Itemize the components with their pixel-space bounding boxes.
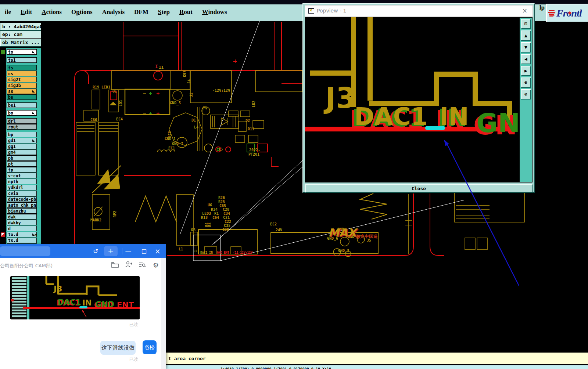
layer-color-swatch[interactable] <box>1 58 5 62</box>
layer-color-swatch[interactable] <box>1 156 5 160</box>
layer-button-npth[interactable]: npth <box>7 179 37 184</box>
layer-color-swatch[interactable] <box>1 89 5 94</box>
chat-scrollbar[interactable] <box>161 258 166 369</box>
center-view-icon[interactable]: ⊗ <box>521 89 531 100</box>
layer-color-swatch[interactable] <box>1 221 5 225</box>
layer-button-dwk[interactable]: dwk <box>7 214 37 220</box>
layer-color-swatch[interactable] <box>1 138 5 143</box>
layer-button-pb[interactable]: pb <box>7 155 37 161</box>
layer-button-biaozhu[interactable]: biaozhu <box>7 208 37 214</box>
layer-button-sig3b[interactable]: sig3b <box>7 83 37 88</box>
menu-item-rout[interactable]: Rout <box>175 4 197 16</box>
scroll-left-icon[interactable]: ◀ <box>521 54 531 64</box>
layer-button-ydkdrl[interactable]: ydkdrl <box>7 185 37 190</box>
minimize-icon[interactable]: — <box>123 246 133 256</box>
layer-button-rout[interactable]: rout <box>7 124 37 130</box>
layer-color-swatch[interactable] <box>1 119 5 123</box>
layer-color-swatch[interactable] <box>1 185 5 190</box>
layer-button-dwkby[interactable]: dwkby <box>7 220 37 225</box>
active-layer-cursor-icon[interactable] <box>1 232 5 237</box>
layer-color-swatch[interactable] <box>1 180 5 184</box>
layer-color-swatch[interactable] <box>1 95 5 100</box>
menu-item-step[interactable]: Step <box>153 4 175 16</box>
layer-button-to[interactable]: to <box>7 49 37 55</box>
layer-color-swatch[interactable] <box>1 103 5 108</box>
folder-icon[interactable] <box>111 261 119 270</box>
layer-button-ts1[interactable]: ts1 <box>7 57 37 63</box>
menu-help-fragment[interactable]: lp <box>539 4 545 11</box>
layer-button-gd1[interactable]: gd1 <box>7 138 37 143</box>
popview-title-bar[interactable]: Popview - 1 × <box>305 5 533 17</box>
chat-image-message[interactable]: J3 DAC1 DAC1 IN GND GND ENT <box>10 276 140 319</box>
job-matrix-button[interactable]: ob Matrix ... <box>0 39 46 47</box>
layer-button-auto_chk_pn[interactable]: auto_chk_pn <box>7 202 37 208</box>
popview-canvas[interactable]: J3 DAC1 DAC1 DAC1 IN IN IN GN GN <box>305 17 519 182</box>
layer-button-gg1[interactable]: gg1 <box>7 144 37 149</box>
layer-color-swatch[interactable] <box>1 50 5 54</box>
layer-button-sig2t[interactable]: sig2t <box>7 77 37 82</box>
layer-color-swatch[interactable] <box>1 111 5 115</box>
layer-button-ss[interactable]: ss <box>7 88 37 94</box>
layer-button-d[interactable]: d <box>7 226 37 231</box>
layer-button-tp[interactable]: tp <box>7 167 37 173</box>
maximize-icon[interactable]: □ <box>139 246 149 256</box>
layer-color-swatch[interactable] <box>1 150 5 155</box>
settings-gear-icon[interactable]: ⚙ <box>151 261 160 270</box>
menu-item-analysis[interactable]: Analysis <box>97 4 129 16</box>
layer-color-swatch[interactable] <box>1 77 5 82</box>
layer-button-bs1[interactable]: bs1 <box>7 102 37 108</box>
layer-color-swatch[interactable] <box>1 162 5 166</box>
add-icon[interactable]: + <box>104 246 118 256</box>
popout-icon[interactable]: ⊡ <box>521 19 531 29</box>
menu-item-ile[interactable]: ile <box>0 4 16 16</box>
layer-color-swatch[interactable] <box>1 191 5 196</box>
layer-button-datecode-pb[interactable]: datecode-pb <box>7 196 37 202</box>
layer-button-ts.d[interactable]: ts.d <box>7 238 37 243</box>
add-member-icon[interactable] <box>124 261 133 270</box>
menu-item-edit[interactable]: Edit <box>16 4 37 16</box>
menu-item-options[interactable]: Options <box>67 4 97 16</box>
layer-color-swatch[interactable] <box>1 215 5 219</box>
layer-color-swatch[interactable] <box>1 227 5 231</box>
avatar[interactable]: 谷松 <box>143 340 157 354</box>
layer-color-swatch[interactable] <box>1 238 5 243</box>
layer-button-gm4[interactable]: gm4 <box>7 149 37 155</box>
menu-item-actions[interactable]: Actions <box>37 4 67 16</box>
popview-close-button[interactable]: Close <box>305 184 533 193</box>
layer-color-swatch[interactable] <box>1 83 5 88</box>
layer-row: auto_chk_pn <box>0 202 41 208</box>
layer-color-swatch[interactable] <box>1 66 5 70</box>
layer-color-swatch[interactable] <box>1 133 5 137</box>
layer-button-bp[interactable]: bp <box>7 132 37 137</box>
chat-search-pill[interactable] <box>0 246 50 256</box>
menu-item-dfm[interactable]: DFM <box>129 4 153 16</box>
selected-segment-highlight[interactable] <box>425 126 445 130</box>
layer-color-swatch[interactable] <box>1 209 5 213</box>
fit-view-icon[interactable]: ⊕ <box>521 77 531 88</box>
layer-button-drl[interactable]: drl <box>7 118 37 124</box>
layer-button-bs[interactable]: bs <box>7 94 37 100</box>
layer-color-swatch[interactable] <box>1 197 5 202</box>
layer-button-to.d[interactable]: to.d⊞ <box>7 232 37 237</box>
chat-title-bar[interactable]: ↺ + — □ × <box>0 244 166 258</box>
scroll-up-icon[interactable]: ▲ <box>521 30 531 41</box>
layer-color-swatch[interactable] <box>1 125 5 129</box>
layer-button-cs[interactable]: cs <box>7 71 37 76</box>
scroll-down-icon[interactable]: ▼ <box>521 42 531 53</box>
layer-color-swatch[interactable] <box>1 168 5 172</box>
layer-color-swatch[interactable] <box>1 174 5 178</box>
layer-button-cvia[interactable]: cvia <box>7 191 37 196</box>
scroll-right-icon[interactable]: ▶ <box>521 66 531 76</box>
layer-button-pt[interactable]: pt <box>7 161 37 167</box>
close-icon[interactable]: × <box>522 7 527 14</box>
history-icon[interactable]: ↺ <box>91 246 100 256</box>
layer-color-swatch[interactable] <box>1 144 5 149</box>
layer-color-swatch[interactable] <box>1 72 5 76</box>
menu-item-windows[interactable]: Windows <box>197 4 232 16</box>
close-icon[interactable]: × <box>153 246 162 256</box>
layer-button-ts[interactable]: ts <box>7 65 37 70</box>
layer-color-swatch[interactable] <box>1 203 5 207</box>
layer-button-v-cut[interactable]: v-cut <box>7 173 37 178</box>
layer-button-bo[interactable]: bo <box>7 110 37 116</box>
chat-search-icon[interactable] <box>138 261 147 270</box>
